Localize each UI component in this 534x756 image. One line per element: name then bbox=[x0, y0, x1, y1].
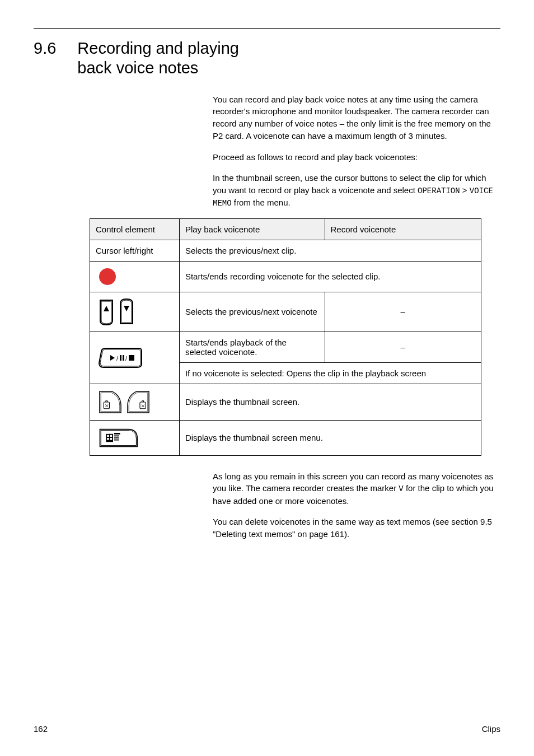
intro-paragraph-3: In the thumbnail screen, use the cursor … bbox=[213, 172, 500, 209]
cell-cursor-lr-desc: Selects the previous/next clip. bbox=[179, 240, 481, 261]
intro-paragraph-1: You can record and play back voice notes… bbox=[213, 94, 500, 142]
after-paragraph-2: You can delete voicenotes in the same wa… bbox=[213, 516, 500, 540]
footer-section: Clips bbox=[482, 724, 500, 734]
section-title-block: Recording and playing back voice notes bbox=[77, 39, 239, 91]
svg-rect-16 bbox=[114, 439, 119, 440]
page-footer: 162 Clips bbox=[34, 724, 500, 734]
cell-menu-icon bbox=[90, 420, 180, 455]
header-rule bbox=[34, 28, 500, 29]
section-title-line1: Recording and playing bbox=[77, 39, 239, 58]
svg-rect-5 bbox=[129, 355, 134, 361]
cell-playpause-rec: – bbox=[325, 332, 481, 362]
th-rec: Record voicenote bbox=[325, 218, 481, 240]
thumbnail-key-right-icon bbox=[126, 390, 151, 414]
page: 9.6 Recording and playing back voice not… bbox=[0, 0, 534, 756]
section-number: 9.6 bbox=[34, 39, 56, 58]
cell-thumb-icon bbox=[90, 384, 180, 420]
svg-point-0 bbox=[99, 268, 116, 285]
cell-cursor-ud-icon bbox=[90, 292, 180, 332]
page-number: 162 bbox=[34, 724, 48, 734]
svg-rect-9 bbox=[107, 435, 109, 437]
svg-rect-2 bbox=[120, 355, 121, 361]
cell-cursor-ud-play: Selects the previous/next voicenote bbox=[179, 292, 325, 332]
svg-rect-15 bbox=[114, 437, 119, 438]
up-arrow-key-icon bbox=[98, 298, 115, 326]
thumbnail-key-left-icon bbox=[98, 390, 123, 414]
menu-key-icon bbox=[98, 426, 138, 450]
svg-rect-12 bbox=[110, 438, 113, 440]
svg-rect-13 bbox=[114, 433, 120, 435]
controls-table: Control element Play back voicenote Reco… bbox=[90, 218, 481, 456]
cell-cursor-ud-rec: – bbox=[325, 292, 481, 332]
cell-cursor-lr-label: Cursor left/right bbox=[90, 240, 180, 261]
intro-paragraph-2: Proceed as follows to record and play ba… bbox=[213, 151, 500, 164]
after-paragraph-1: As long as you remain in this screen you… bbox=[213, 470, 500, 507]
cell-playpause-novoice: If no voicenote is selected: Opens the c… bbox=[179, 362, 481, 384]
play-pause-stop-key-icon: / / bbox=[98, 346, 143, 370]
svg-rect-10 bbox=[110, 435, 113, 437]
record-icon bbox=[98, 267, 117, 286]
cell-rec-desc: Starts/ends recording voicenote for the … bbox=[179, 261, 481, 292]
svg-rect-14 bbox=[114, 435, 119, 436]
th-control: Control element bbox=[90, 218, 180, 240]
cell-menu-desc: Displays the thumbnail screen menu. bbox=[179, 420, 481, 455]
cell-playpause-icon: / / bbox=[90, 332, 180, 384]
cell-rec-icon bbox=[90, 261, 180, 292]
svg-rect-3 bbox=[123, 355, 124, 361]
section-header: 9.6 Recording and playing back voice not… bbox=[34, 39, 500, 91]
th-play: Play back voicenote bbox=[179, 218, 325, 240]
cell-playpause-play: Starts/ends playback of the selected voi… bbox=[179, 332, 325, 362]
section-title-line2: back voice notes bbox=[77, 58, 239, 78]
cell-thumb-desc: Displays the thumbnail screen. bbox=[179, 384, 481, 420]
svg-rect-11 bbox=[107, 438, 109, 440]
down-arrow-key-icon bbox=[118, 298, 135, 326]
